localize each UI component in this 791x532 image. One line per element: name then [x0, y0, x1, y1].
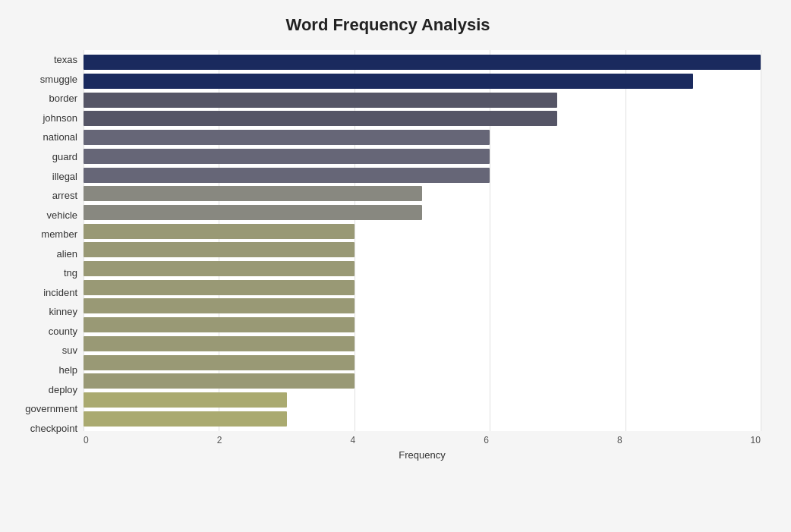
y-label-border: border — [15, 89, 84, 109]
bar-row — [84, 316, 761, 335]
y-label-smuggle: smuggle — [15, 70, 84, 90]
bar-arrest — [84, 186, 422, 201]
bar-row — [84, 297, 761, 316]
y-label-suv: suv — [15, 341, 84, 360]
bar-row — [84, 128, 761, 147]
y-label-county: county — [15, 322, 84, 342]
y-label-deploy: deploy — [15, 379, 84, 399]
bars-container — [84, 50, 761, 431]
bar-row — [84, 391, 761, 410]
bar-row — [84, 109, 761, 128]
bar-help — [84, 355, 355, 370]
bar-row — [84, 260, 761, 279]
grid-line — [761, 50, 761, 431]
bar-row — [84, 222, 761, 241]
bar-row — [84, 90, 761, 109]
x-tick: 2 — [217, 435, 222, 445]
bar-row — [84, 241, 761, 260]
y-label-illegal: illegal — [15, 166, 84, 186]
bar-guard — [84, 149, 490, 164]
y-label-guard: guard — [15, 147, 84, 167]
bar-deploy — [84, 373, 355, 389]
x-axis: 0246810 — [84, 431, 761, 445]
bar-row — [84, 278, 761, 297]
bar-row — [84, 203, 761, 222]
chart-container: Word Frequency Analysis texassmugglebord… — [0, 0, 791, 532]
bar-row — [84, 353, 761, 372]
y-label-help: help — [15, 360, 84, 380]
bar-illegal — [84, 168, 490, 183]
chart-area: texassmuggleborderjohnsonnationalguardil… — [15, 50, 761, 461]
bar-row — [84, 53, 761, 72]
y-label-texas: texas — [15, 50, 84, 70]
bar-kinney — [84, 298, 355, 313]
y-label-vehicle: vehicle — [15, 205, 84, 225]
bar-checkpoint — [84, 411, 287, 427]
bar-texas — [84, 55, 761, 70]
bar-row — [84, 72, 761, 91]
bar-row — [84, 372, 761, 391]
x-tick: 10 — [751, 435, 761, 445]
bar-row — [84, 165, 761, 184]
x-tick: 0 — [84, 435, 89, 445]
y-label-tng: tng — [15, 263, 84, 283]
bar-suv — [84, 336, 355, 351]
bar-row — [84, 409, 761, 428]
y-label-member: member — [15, 225, 84, 244]
bar-county — [84, 317, 355, 332]
y-label-johnson: johnson — [15, 109, 84, 128]
x-tick: 4 — [350, 435, 355, 445]
bar-row — [84, 335, 761, 354]
bar-national — [84, 130, 490, 145]
y-label-alien: alien — [15, 244, 84, 263]
y-label-arrest: arrest — [15, 186, 84, 206]
bar-vehicle — [84, 205, 422, 220]
y-label-government: government — [15, 399, 84, 419]
y-label-kinney: kinney — [15, 302, 84, 322]
x-tick: 8 — [617, 435, 622, 445]
x-axis-label: Frequency — [84, 449, 761, 461]
plot-area: 0246810 Frequency — [84, 50, 761, 461]
x-tick: 6 — [484, 435, 489, 445]
chart-title: Word Frequency Analysis — [15, 15, 761, 35]
bar-government — [84, 392, 287, 408]
bar-row — [84, 184, 761, 203]
bar-incident — [84, 280, 355, 295]
bar-border — [84, 93, 557, 108]
bar-smuggle — [84, 74, 693, 89]
bar-alien — [84, 242, 355, 257]
y-label-national: national — [15, 127, 84, 147]
bar-row — [84, 147, 761, 166]
bar-tng — [84, 261, 355, 276]
y-label-checkpoint: checkpoint — [15, 418, 84, 438]
y-label-incident: incident — [15, 283, 84, 303]
bar-member — [84, 224, 355, 239]
y-axis: texassmuggleborderjohnsonnationalguardil… — [15, 50, 84, 461]
bar-johnson — [84, 111, 557, 126]
